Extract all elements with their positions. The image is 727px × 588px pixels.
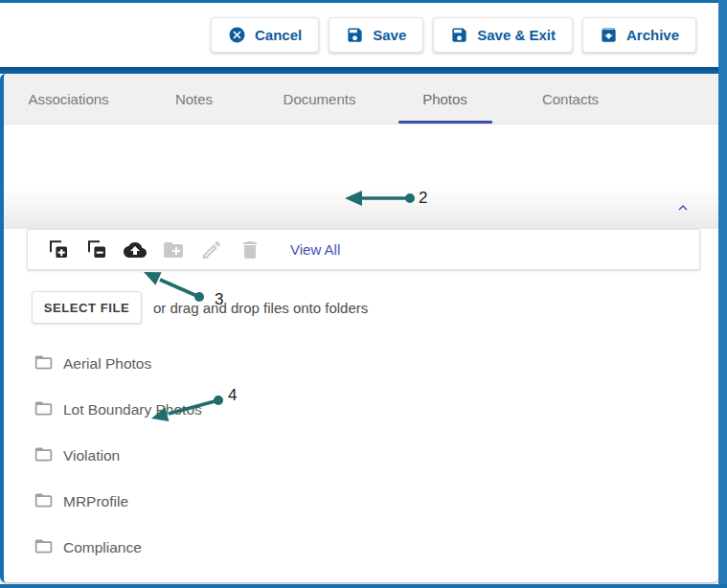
photos-toolbar: View All xyxy=(27,229,700,270)
add-to-library-icon[interactable] xyxy=(47,238,70,261)
folder-icon xyxy=(34,444,54,468)
folder-icon xyxy=(34,490,54,514)
tab-contacts-label: Contacts xyxy=(542,91,599,107)
archive-button-label: Archive xyxy=(626,27,679,43)
tab-documents-label: Documents xyxy=(284,91,356,107)
folder-list: Aerial Photos Lot Boundary Photos Violat… xyxy=(4,341,713,582)
view-all-link[interactable]: View All xyxy=(290,241,340,258)
collapse-section-button[interactable] xyxy=(674,199,692,216)
tab-documents[interactable]: Documents xyxy=(257,74,382,124)
remove-from-library-icon[interactable] xyxy=(85,238,108,261)
save-button-label: Save xyxy=(373,27,406,43)
tab-associations-label: Associations xyxy=(28,91,108,107)
action-bar: Cancel Save Save & Exit Archive xyxy=(0,3,718,67)
delete-icon xyxy=(239,238,261,261)
folder-row-violation[interactable]: Violation xyxy=(4,433,713,479)
active-tab-indicator xyxy=(398,121,492,124)
tab-bar: Associations Notes Documents Photos Cont… xyxy=(4,74,718,124)
header-divider xyxy=(0,67,727,74)
save-icon xyxy=(450,26,468,44)
archive-icon xyxy=(600,26,618,44)
bottom-border xyxy=(0,584,727,588)
folder-row-no-category[interactable]: (No Category) xyxy=(4,571,713,582)
photos-tab-content: View All SELECT FILE or drag and drop fi… xyxy=(4,124,718,581)
details-panel: Associations Notes Documents Photos Cont… xyxy=(0,74,718,582)
tab-notes-label: Notes xyxy=(175,91,213,107)
cancel-button[interactable]: Cancel xyxy=(211,17,319,53)
folder-icon xyxy=(34,582,54,583)
folder-row-mrprofile[interactable]: MRProfile xyxy=(4,479,713,525)
tab-photos[interactable]: Photos xyxy=(382,74,508,124)
cancel-icon xyxy=(228,26,246,44)
save-icon xyxy=(346,26,364,44)
tab-photos-label: Photos xyxy=(422,91,467,107)
folder-name: Compliance xyxy=(63,539,142,556)
folder-row-lot-boundary-photos[interactable]: Lot Boundary Photos xyxy=(4,387,713,433)
folder-icon xyxy=(34,398,54,422)
archive-button[interactable]: Archive xyxy=(582,17,696,53)
folder-row-aerial-photos[interactable]: Aerial Photos xyxy=(4,341,713,387)
select-file-button[interactable]: SELECT FILE xyxy=(32,291,142,324)
folder-name: MRProfile xyxy=(63,493,128,510)
upload-row: SELECT FILE or drag and drop files onto … xyxy=(32,291,368,324)
tab-associations[interactable]: Associations xyxy=(6,74,131,124)
tab-contacts[interactable]: Contacts xyxy=(508,74,633,124)
folder-name: Violation xyxy=(63,447,120,464)
chevron-up-icon xyxy=(674,205,692,219)
folder-row-compliance[interactable]: Compliance xyxy=(4,525,713,571)
cloud-upload-icon[interactable] xyxy=(124,238,147,261)
save-and-exit-button-label: Save & Exit xyxy=(477,27,556,43)
drag-drop-hint: or drag and drop files onto folders xyxy=(153,300,368,316)
folder-icon xyxy=(34,352,54,376)
page: Cancel Save Save & Exit Archive Associat… xyxy=(0,0,727,588)
right-border xyxy=(718,0,727,588)
edit-icon xyxy=(200,238,223,261)
section-header-band xyxy=(4,190,718,229)
save-button[interactable]: Save xyxy=(329,17,423,53)
tab-notes[interactable]: Notes xyxy=(131,74,257,124)
folder-name: Lot Boundary Photos xyxy=(63,401,202,418)
folder-name: Aerial Photos xyxy=(63,355,151,373)
folder-icon xyxy=(34,536,54,560)
save-and-exit-button[interactable]: Save & Exit xyxy=(433,17,573,53)
cancel-button-label: Cancel xyxy=(255,27,302,43)
new-folder-icon xyxy=(162,238,185,261)
